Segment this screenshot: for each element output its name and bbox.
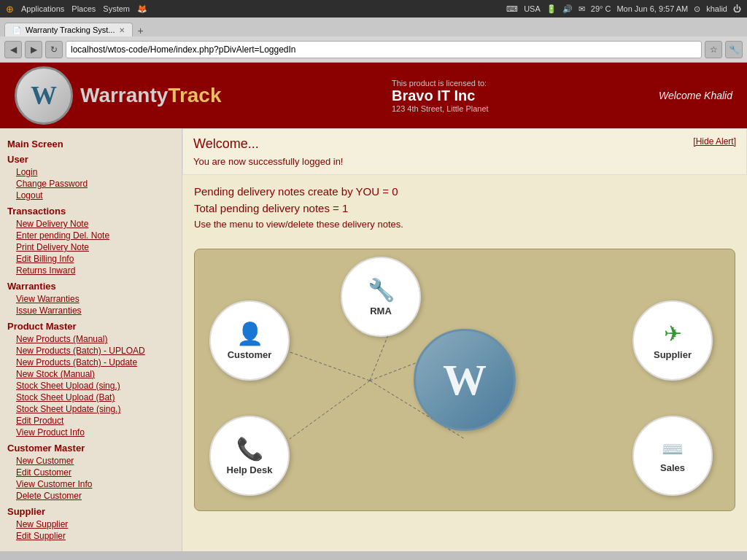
sidebar-link-edit-customer[interactable]: Edit Customer — [7, 467, 174, 478]
sidebar-link-enter-pending[interactable]: Enter pending Del. Note — [7, 230, 174, 241]
sidebar-section-supplier: Supplier — [7, 506, 174, 517]
username-label: khalid — [706, 4, 727, 13]
sidebar-section-transactions: Transactions — [7, 206, 174, 217]
logo-circle: W — [15, 66, 73, 125]
bookmark-button[interactable]: ☆ — [705, 41, 722, 58]
center-w-letter: W — [443, 355, 487, 405]
sidebar-link-delete-customer[interactable]: Delete Customer — [7, 490, 174, 502]
sidebar-link-logout[interactable]: Logout — [7, 190, 174, 201]
logo-track: Track — [168, 84, 221, 106]
sidebar-link-new-products-batch-update[interactable]: New Products (Batch) - Update — [7, 357, 174, 368]
page-wrapper: W WarrantyTrack This product is licensed… — [0, 63, 747, 551]
customer-icon: 👤 — [236, 321, 263, 346]
sidebar-link-issue-warranties[interactable]: Issue Warranties — [7, 305, 174, 316]
customer-label: Customer — [228, 349, 272, 360]
site-header: W WarrantyTrack This product is licensed… — [0, 63, 747, 128]
address-bar[interactable] — [66, 41, 702, 58]
sales-label: Sales — [660, 462, 685, 473]
rma-icon: 🔧 — [368, 277, 395, 303]
diagram-center-logo: W — [414, 329, 516, 431]
tools-button[interactable]: 🔧 — [725, 41, 743, 58]
welcome-user: Welcome Khalid — [659, 90, 732, 101]
diagram-node-sales[interactable]: ⌨️ Sales — [632, 416, 713, 496]
sidebar-link-new-delivery-note[interactable]: New Delivery Note — [7, 218, 174, 230]
power-icon[interactable]: ⏻ — [733, 4, 741, 13]
tab-close-icon[interactable]: ✕ — [119, 26, 125, 34]
applications-menu[interactable]: Applications — [21, 4, 64, 13]
logo-text: WarrantyTrack — [80, 84, 222, 107]
sidebar-link-view-customer-info[interactable]: View Customer Info — [7, 478, 174, 490]
diagram-node-supplier[interactable]: ✈ Supplier — [632, 300, 713, 381]
supplier-label: Supplier — [654, 349, 692, 360]
rma-label: RMA — [370, 306, 392, 316]
company-address: 123 4th Street, Little Planet — [392, 104, 489, 113]
sidebar-link-stock-sheet-upload-sing[interactable]: Stock Sheet Upload (sing.) — [7, 380, 174, 392]
keyboard-icon: ⌨ — [506, 4, 518, 14]
sidebar-section-customer-master: Customer Master — [7, 443, 174, 454]
forward-button[interactable]: ▶ — [25, 41, 42, 58]
hide-alert-link[interactable]: [Hide Alert] — [693, 136, 736, 147]
browser-toolbar: ◀ ▶ ↻ ☆ 🔧 — [0, 36, 747, 63]
sidebar-link-login[interactable]: Login — [7, 166, 174, 178]
sidebar-link-edit-billing[interactable]: Edit Billing Info — [7, 253, 174, 265]
info-section: Pending delivery notes create by YOU = 0… — [182, 175, 747, 241]
supplier-icon: ✈ — [664, 321, 682, 346]
success-message: You are now successfully logged in! — [193, 156, 343, 167]
tab-title: Warranty Tracking Syst... — [26, 26, 115, 34]
new-tab-button[interactable]: + — [133, 25, 147, 36]
sidebar-link-view-product-info[interactable]: View Product Info — [7, 427, 174, 438]
system-menu[interactable]: System — [103, 4, 130, 13]
sidebar: Main Screen User Login Change Password L… — [0, 128, 182, 551]
sidebar-link-new-stock-manual[interactable]: New Stock (Manual) — [7, 368, 174, 380]
sidebar-link-returns-inward[interactable]: Returns Inward — [7, 265, 174, 276]
sidebar-link-stock-sheet-update-sing[interactable]: Stock Sheet Update (sing.) — [7, 403, 174, 415]
sidebar-link-new-products-manual[interactable]: New Products (Manual) — [7, 333, 174, 345]
sidebar-link-new-supplier[interactable]: New Supplier — [7, 518, 174, 530]
licensed-to-label: This product is licensed to: — [392, 79, 489, 88]
taskbar-left: ⊕ Applications Places System 🦊 — [6, 4, 147, 15]
sidebar-link-view-warranties[interactable]: View Warranties — [7, 293, 174, 305]
license-info: This product is licensed to: Bravo IT In… — [392, 79, 489, 113]
reload-button[interactable]: ↻ — [45, 41, 63, 58]
diagram-area: 🔧 RMA ✈ Supplier ⌨️ Sales 📞 Help Desk — [194, 249, 735, 511]
os-taskbar: ⊕ Applications Places System 🦊 ⌨ USA 🔋 🔊… — [0, 0, 747, 18]
helpdesk-label: Help Desk — [227, 464, 273, 475]
diagram-node-customer[interactable]: 👤 Customer — [209, 300, 290, 381]
browser-tab-active[interactable]: 📄 Warranty Tracking Syst... ✕ — [4, 23, 133, 36]
sidebar-link-change-password[interactable]: Change Password — [7, 178, 174, 190]
taskbar-right: ⌨ USA 🔋 🔊 ✉ 29° C Mon Jun 6, 9:57 AM ⊙ k… — [506, 4, 741, 14]
sidebar-link-new-customer[interactable]: New Customer — [7, 455, 174, 467]
temp-label: 29° C — [591, 4, 611, 13]
diagram-node-helpdesk[interactable]: 📞 Help Desk — [209, 416, 290, 496]
logo-w-letter: W — [31, 80, 57, 111]
sidebar-section-product-master: Product Master — [7, 321, 174, 332]
logo-warranty: Warranty — [80, 84, 168, 106]
firefox-icon[interactable]: 🦊 — [137, 4, 147, 14]
alert-bar: Welcome... You are now successfully logg… — [182, 128, 747, 175]
datetime-label: Mon Jun 6, 9:57 AM — [616, 4, 688, 13]
user-icon: ⊙ — [694, 4, 700, 14]
back-button[interactable]: ◀ — [4, 41, 22, 58]
sidebar-link-print-delivery-note[interactable]: Print Delivery Note — [7, 241, 174, 253]
logo-area: W WarrantyTrack — [15, 66, 222, 125]
sidebar-section-user: User — [7, 154, 174, 165]
alert-messages: Welcome... You are now successfully logg… — [193, 136, 343, 167]
email-icon: ✉ — [578, 4, 585, 14]
company-name: Bravo IT Inc — [392, 88, 489, 104]
diagram-node-rma[interactable]: 🔧 RMA — [341, 257, 421, 337]
places-menu[interactable]: Places — [71, 4, 96, 13]
sidebar-section-warranties: Warranties — [7, 281, 174, 292]
sidebar-main-screen: Main Screen — [7, 139, 174, 149]
sidebar-link-edit-supplier[interactable]: Edit Supplier — [7, 530, 174, 542]
os-logo[interactable]: ⊕ — [6, 4, 14, 15]
content-area: Welcome... You are now successfully logg… — [182, 128, 747, 551]
sidebar-link-edit-product[interactable]: Edit Product — [7, 415, 174, 427]
helpdesk-icon: 📞 — [236, 436, 263, 462]
battery-icon: 🔋 — [546, 4, 557, 14]
tab-bar: 📄 Warranty Tracking Syst... ✕ + — [0, 18, 747, 36]
sidebar-link-new-products-batch-upload[interactable]: New Products (Batch) - UPLOAD — [7, 345, 174, 357]
sidebar-link-stock-sheet-upload-bat[interactable]: Stock Sheet Upload (Bat) — [7, 392, 174, 403]
use-menu-text: Use the menu to view/delete these delive… — [194, 219, 735, 230]
svg-line-3 — [290, 381, 370, 439]
volume-icon: 🔊 — [562, 4, 573, 14]
